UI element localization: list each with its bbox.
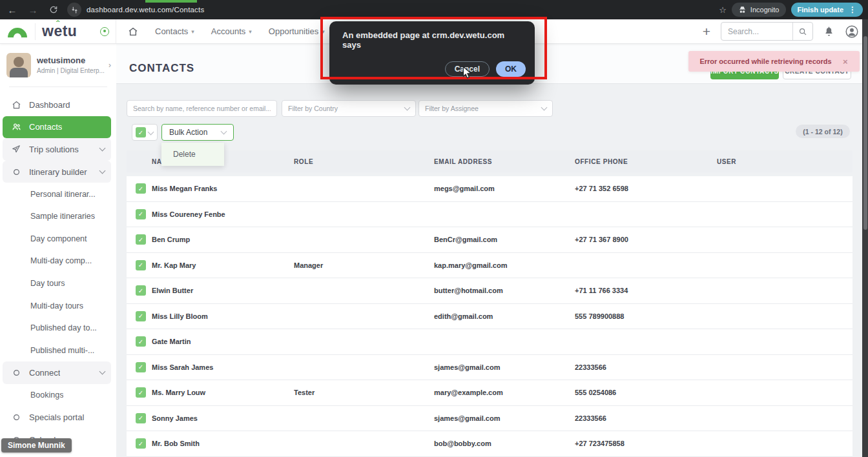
- table-row[interactable]: Gate Martin: [127, 329, 852, 355]
- contact-office-phone: +71 11 766 3334: [575, 287, 717, 294]
- chevron-right-icon[interactable]: ›: [108, 61, 111, 70]
- sidebar-item-icon: [10, 369, 22, 376]
- row-checkbox[interactable]: [136, 285, 146, 296]
- browser-menu-icon[interactable]: ⋮: [849, 5, 856, 14]
- chevron-down-icon: [99, 168, 106, 174]
- sidebar-item[interactable]: Dashboard: [3, 94, 111, 116]
- select-all-control[interactable]: [132, 124, 158, 141]
- contact-office-phone: +27 71 352 6598: [575, 185, 717, 192]
- quick-add-icon[interactable]: +: [703, 25, 710, 38]
- sidebar-item[interactable]: Day tours: [3, 272, 111, 295]
- table-row[interactable]: Ben Crump BenCr@gmail.com +27 71 367 890…: [127, 227, 852, 253]
- contact-name[interactable]: Mr. Bob Smith: [152, 440, 294, 447]
- row-checkbox[interactable]: [136, 260, 146, 270]
- filter-assignee-select[interactable]: Filter by Assignee: [418, 100, 553, 117]
- column-header[interactable]: ROLE: [294, 158, 434, 165]
- table-row[interactable]: Miss Coureney Fenbe: [127, 202, 852, 228]
- contact-email: sjames@gmail.com: [434, 363, 575, 371]
- select-all-checkbox[interactable]: [136, 127, 146, 137]
- sidebar-item[interactable]: Specials portal: [3, 406, 111, 429]
- sidebar-item[interactable]: Day component: [3, 228, 111, 250]
- table-row[interactable]: Miss Megan Franks megs@gmail.com +27 71 …: [127, 176, 852, 202]
- sidebar-item[interactable]: Personal itinerar...: [3, 183, 111, 205]
- row-checkbox[interactable]: [136, 183, 146, 194]
- nav-item[interactable]: Accounts: [211, 26, 252, 36]
- contact-name[interactable]: Miss Megan Franks: [152, 185, 294, 192]
- sidebar-toggle-icon[interactable]: [100, 27, 109, 36]
- table-row[interactable]: Mr. Bob Smith bob@bobby.com +27 72347585…: [127, 431, 852, 457]
- scrollbar[interactable]: [862, 19, 868, 457]
- incognito-icon: [738, 6, 747, 14]
- contact-name[interactable]: Mr. Kap Mary: [152, 261, 294, 269]
- contact-name[interactable]: Ben Crump: [152, 236, 294, 243]
- row-checkbox[interactable]: [136, 387, 146, 398]
- ok-button[interactable]: OK: [496, 61, 526, 77]
- sidebar-item[interactable]: Published day to...: [3, 317, 111, 340]
- sidebar-item[interactable]: Sample itineraries: [3, 205, 111, 228]
- global-search-input[interactable]: [721, 27, 792, 36]
- user-avatar-icon[interactable]: [845, 25, 859, 39]
- contact-email: mary@example.com: [434, 389, 575, 396]
- row-checkbox[interactable]: [136, 336, 146, 347]
- bookmark-star-icon[interactable]: ☆: [719, 5, 727, 15]
- sidebar-menu: Dashboard Contacts Trip solutions: [0, 92, 116, 451]
- table-row[interactable]: Elwin Butter butter@hotmail.com +71 11 7…: [127, 278, 852, 304]
- sidebar-item[interactable]: Connect: [3, 361, 111, 384]
- user-role: Admin | Digital Enterp...: [37, 66, 103, 76]
- contact-name[interactable]: Ms. Marry Louw: [152, 389, 294, 396]
- contact-email: sjames@gmail.com: [434, 414, 575, 422]
- bulk-action-dropdown[interactable]: Bulk Action: [161, 124, 234, 141]
- back-icon[interactable]: ←: [5, 3, 19, 17]
- brand-wordmark: wetuˆ: [42, 24, 77, 39]
- column-header[interactable]: USER: [717, 158, 852, 165]
- contact-office-phone: +27 723475858: [575, 440, 717, 447]
- search-icon[interactable]: [793, 22, 812, 41]
- contact-name[interactable]: Miss Sarah James: [152, 363, 294, 371]
- nav-item[interactable]: Contacts: [155, 26, 194, 36]
- sidebar-item[interactable]: Trip solutions: [3, 138, 111, 161]
- forward-icon[interactable]: →: [26, 3, 40, 17]
- row-checkbox[interactable]: [136, 311, 146, 321]
- contact-name[interactable]: Gate Martin: [152, 338, 294, 345]
- site-info-icon[interactable]: [67, 3, 81, 17]
- sidebar-item[interactable]: Contacts: [3, 116, 111, 139]
- contact-email: butter@hotmail.com: [434, 287, 575, 294]
- row-checkbox[interactable]: [136, 438, 146, 449]
- cancel-button[interactable]: Cancel: [445, 61, 490, 77]
- user-avatar: [6, 53, 31, 77]
- close-icon[interactable]: ×: [843, 57, 860, 66]
- contact-name[interactable]: Miss Coureney Fenbe: [152, 210, 294, 218]
- contact-name[interactable]: Elwin Butter: [152, 287, 294, 294]
- table-row[interactable]: Ms. Marry Louw Tester mary@example.com 5…: [127, 380, 852, 406]
- nav-item[interactable]: Opportunities: [269, 26, 325, 36]
- sidebar-item[interactable]: Multi-day tours: [3, 294, 111, 317]
- row-checkbox[interactable]: [136, 362, 146, 372]
- sidebar-user[interactable]: wetusimone Admin | Digital Enterp... ›: [0, 44, 116, 85]
- reload-icon[interactable]: [46, 3, 61, 17]
- scrollbar-thumb[interactable]: [863, 36, 867, 230]
- home-icon[interactable]: [128, 26, 138, 37]
- sidebar-item[interactable]: Published multi-...: [3, 340, 111, 362]
- column-header[interactable]: EMAIL ADDRESS: [434, 158, 575, 165]
- contact-search-field: [127, 100, 277, 117]
- filter-country-select[interactable]: Filter by Country: [282, 100, 416, 117]
- contact-name[interactable]: Miss Lilly Bloom: [152, 312, 294, 320]
- sidebar-item[interactable]: Itinerary builder: [3, 161, 111, 183]
- column-header[interactable]: OFFICE PHONE: [575, 158, 717, 165]
- row-checkbox[interactable]: [136, 209, 146, 219]
- sidebar-item[interactable]: Multi-day comp...: [3, 250, 111, 272]
- table-row[interactable]: Miss Lilly Bloom edith@gmail.com 555 789…: [127, 304, 852, 330]
- address-bar[interactable]: dashboard.dev.wetu.com/Contacts: [87, 6, 204, 14]
- contact-name[interactable]: Sonny James: [152, 414, 294, 422]
- table-row[interactable]: Mr. Kap Mary Manager kap.mary@gmail.com: [127, 253, 852, 279]
- table-row[interactable]: Miss Sarah James sjames@gmail.com 223335…: [127, 355, 852, 381]
- row-checkbox[interactable]: [136, 234, 146, 245]
- finish-update-button[interactable]: Finish update ⋮: [791, 3, 863, 17]
- error-toast: Error occurred while retrieving records …: [688, 51, 860, 72]
- sidebar-item[interactable]: Bookings: [3, 384, 111, 407]
- table-row[interactable]: Sonny James sjames@gmail.com 22333566: [127, 406, 852, 432]
- notifications-bell-icon[interactable]: [823, 26, 834, 37]
- contact-search-input[interactable]: [133, 105, 271, 112]
- bulk-menu-item[interactable]: Delete: [161, 147, 224, 162]
- row-checkbox[interactable]: [136, 413, 146, 423]
